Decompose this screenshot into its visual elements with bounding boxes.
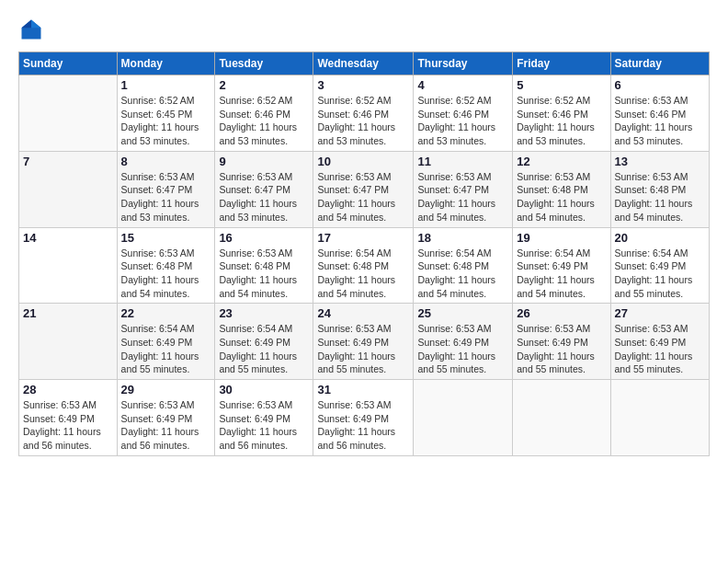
day-info: Sunrise: 6:53 AMSunset: 6:47 PMDaylight:… — [417, 170, 508, 224]
day-info: Sunrise: 6:53 AMSunset: 6:48 PMDaylight:… — [121, 247, 211, 301]
day-number: 20 — [615, 231, 705, 245]
day-cell: 11Sunrise: 6:53 AMSunset: 6:47 PMDayligh… — [414, 151, 513, 227]
day-number: 21 — [23, 306, 113, 320]
day-number: 12 — [517, 155, 606, 168]
svg-marker-1 — [31, 20, 41, 29]
day-cell: 21 — [19, 304, 118, 380]
day-cell: 5Sunrise: 6:52 AMSunset: 6:46 PMDaylight… — [513, 75, 610, 152]
day-cell: 25Sunrise: 6:53 AMSunset: 6:49 PMDayligh… — [414, 304, 513, 380]
day-number: 24 — [317, 306, 409, 320]
day-info: Sunrise: 6:54 AMSunset: 6:48 PMDaylight:… — [417, 247, 508, 301]
day-info: Sunrise: 6:53 AMSunset: 6:48 PMDaylight:… — [615, 170, 705, 224]
day-cell: 18Sunrise: 6:54 AMSunset: 6:48 PMDayligh… — [414, 227, 513, 304]
day-number: 13 — [615, 155, 705, 168]
day-number: 1 — [121, 78, 211, 92]
day-cell — [610, 380, 709, 456]
day-info: Sunrise: 6:53 AMSunset: 6:47 PMDaylight:… — [317, 170, 409, 224]
day-cell: 30Sunrise: 6:53 AMSunset: 6:49 PMDayligh… — [215, 380, 313, 456]
day-info: Sunrise: 6:53 AMSunset: 6:48 PMDaylight:… — [517, 170, 606, 224]
day-cell — [19, 75, 118, 152]
page: SundayMondayTuesdayWednesdayThursdayFrid… — [0, 0, 728, 563]
day-cell: 3Sunrise: 6:52 AMSunset: 6:46 PMDaylight… — [313, 75, 414, 152]
day-cell: 23Sunrise: 6:54 AMSunset: 6:49 PMDayligh… — [215, 304, 313, 380]
day-number: 30 — [219, 383, 309, 396]
day-cell: 2Sunrise: 6:52 AMSunset: 6:46 PMDaylight… — [215, 75, 313, 152]
day-number: 2 — [219, 78, 309, 92]
week-row-2: 78Sunrise: 6:53 AMSunset: 6:47 PMDayligh… — [19, 151, 710, 227]
day-info: Sunrise: 6:54 AMSunset: 6:49 PMDaylight:… — [517, 247, 606, 301]
day-cell — [414, 380, 513, 456]
day-cell: 9Sunrise: 6:53 AMSunset: 6:47 PMDaylight… — [215, 151, 313, 227]
day-info: Sunrise: 6:52 AMSunset: 6:46 PMDaylight:… — [317, 94, 409, 148]
day-cell: 20Sunrise: 6:54 AMSunset: 6:49 PMDayligh… — [610, 227, 709, 304]
day-number: 11 — [417, 155, 508, 168]
day-cell: 24Sunrise: 6:53 AMSunset: 6:49 PMDayligh… — [313, 304, 414, 380]
day-number: 25 — [417, 306, 508, 320]
day-number: 28 — [23, 383, 113, 396]
day-cell: 22Sunrise: 6:54 AMSunset: 6:49 PMDayligh… — [117, 304, 215, 380]
day-cell: 10Sunrise: 6:53 AMSunset: 6:47 PMDayligh… — [313, 151, 414, 227]
day-cell: 13Sunrise: 6:53 AMSunset: 6:48 PMDayligh… — [610, 151, 709, 227]
day-number: 26 — [517, 306, 606, 320]
day-info: Sunrise: 6:53 AMSunset: 6:46 PMDaylight:… — [615, 94, 705, 148]
weekday-header-tuesday: Tuesday — [215, 52, 313, 75]
day-number: 14 — [23, 231, 113, 245]
weekday-header-wednesday: Wednesday — [313, 52, 414, 75]
day-info: Sunrise: 6:53 AMSunset: 6:47 PMDaylight:… — [121, 170, 211, 224]
day-number: 7 — [23, 155, 113, 168]
day-cell: 1Sunrise: 6:52 AMSunset: 6:45 PMDaylight… — [117, 75, 215, 152]
header-area — [18, 17, 710, 42]
day-number: 27 — [615, 306, 705, 320]
day-info: Sunrise: 6:53 AMSunset: 6:49 PMDaylight:… — [23, 398, 113, 453]
day-cell: 26Sunrise: 6:53 AMSunset: 6:49 PMDayligh… — [513, 304, 610, 380]
weekday-header-sunday: Sunday — [19, 52, 118, 75]
week-row-3: 1415Sunrise: 6:53 AMSunset: 6:48 PMDayli… — [19, 227, 710, 304]
day-number: 9 — [219, 155, 309, 168]
day-info: Sunrise: 6:53 AMSunset: 6:49 PMDaylight:… — [219, 398, 309, 453]
day-cell: 6Sunrise: 6:53 AMSunset: 6:46 PMDaylight… — [610, 75, 709, 152]
week-row-4: 2122Sunrise: 6:54 AMSunset: 6:49 PMDayli… — [19, 304, 710, 380]
day-number: 15 — [121, 231, 211, 245]
day-number: 6 — [615, 78, 705, 92]
day-number: 8 — [121, 155, 211, 168]
day-cell: 12Sunrise: 6:53 AMSunset: 6:48 PMDayligh… — [513, 151, 610, 227]
day-cell: 4Sunrise: 6:52 AMSunset: 6:46 PMDaylight… — [414, 75, 513, 152]
day-number: 23 — [219, 306, 309, 320]
day-cell: 27Sunrise: 6:53 AMSunset: 6:49 PMDayligh… — [610, 304, 709, 380]
day-cell: 17Sunrise: 6:54 AMSunset: 6:48 PMDayligh… — [313, 227, 414, 304]
day-info: Sunrise: 6:52 AMSunset: 6:46 PMDaylight:… — [219, 94, 309, 148]
day-info: Sunrise: 6:52 AMSunset: 6:46 PMDaylight:… — [417, 94, 508, 148]
day-info: Sunrise: 6:53 AMSunset: 6:49 PMDaylight:… — [517, 322, 606, 376]
week-row-5: 28Sunrise: 6:53 AMSunset: 6:49 PMDayligh… — [19, 380, 710, 456]
day-cell: 29Sunrise: 6:53 AMSunset: 6:49 PMDayligh… — [117, 380, 215, 456]
day-number: 19 — [517, 231, 606, 245]
day-cell: 7 — [19, 151, 118, 227]
day-number: 10 — [317, 155, 409, 168]
day-cell: 28Sunrise: 6:53 AMSunset: 6:49 PMDayligh… — [19, 380, 118, 456]
day-number: 22 — [121, 306, 211, 320]
day-info: Sunrise: 6:54 AMSunset: 6:48 PMDaylight:… — [317, 247, 409, 301]
day-info: Sunrise: 6:53 AMSunset: 6:47 PMDaylight:… — [219, 170, 309, 224]
day-cell: 15Sunrise: 6:53 AMSunset: 6:48 PMDayligh… — [117, 227, 215, 304]
weekday-header-monday: Monday — [117, 52, 215, 75]
calendar-table: SundayMondayTuesdayWednesdayThursdayFrid… — [18, 52, 710, 456]
weekday-header-friday: Friday — [513, 52, 610, 75]
day-number: 18 — [417, 231, 508, 245]
day-info: Sunrise: 6:53 AMSunset: 6:49 PMDaylight:… — [317, 398, 409, 453]
logo — [18, 17, 48, 42]
day-number: 4 — [417, 78, 508, 92]
day-info: Sunrise: 6:54 AMSunset: 6:49 PMDaylight:… — [121, 322, 211, 376]
day-info: Sunrise: 6:53 AMSunset: 6:49 PMDaylight:… — [121, 398, 211, 453]
day-cell: 14 — [19, 227, 118, 304]
day-info: Sunrise: 6:53 AMSunset: 6:49 PMDaylight:… — [615, 322, 705, 376]
day-number: 16 — [219, 231, 309, 245]
day-number: 29 — [121, 383, 211, 396]
day-info: Sunrise: 6:54 AMSunset: 6:49 PMDaylight:… — [615, 247, 705, 301]
day-cell: 16Sunrise: 6:53 AMSunset: 6:48 PMDayligh… — [215, 227, 313, 304]
logo-icon — [18, 17, 44, 42]
weekday-header-saturday: Saturday — [610, 52, 709, 75]
day-info: Sunrise: 6:53 AMSunset: 6:49 PMDaylight:… — [317, 322, 409, 376]
week-row-1: 1Sunrise: 6:52 AMSunset: 6:45 PMDaylight… — [19, 75, 710, 152]
day-info: Sunrise: 6:52 AMSunset: 6:46 PMDaylight:… — [517, 94, 606, 148]
day-number: 3 — [317, 78, 409, 92]
